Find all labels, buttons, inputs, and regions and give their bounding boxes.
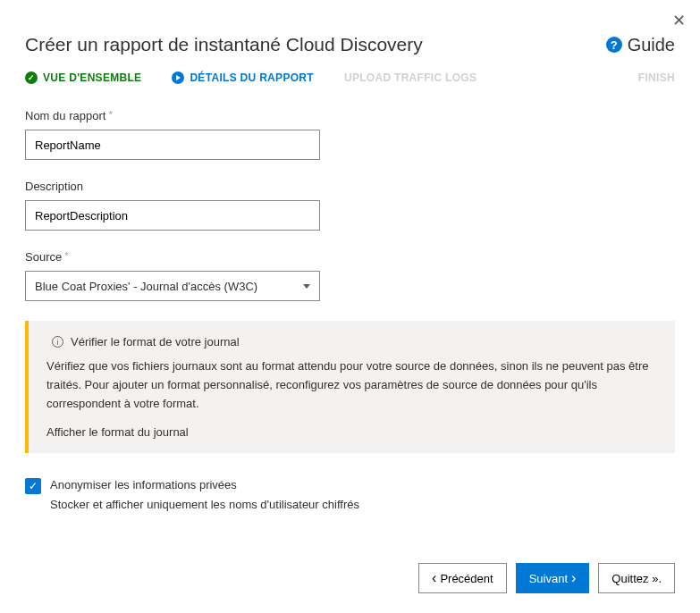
page-title: Créer un rapport de instantané Cloud Dis… bbox=[25, 34, 423, 55]
help-icon: ? bbox=[606, 37, 622, 53]
description-label: Description bbox=[25, 180, 675, 193]
quit-button[interactable]: Quittez ». bbox=[598, 563, 675, 593]
guide-label: Guide bbox=[628, 35, 675, 55]
guide-link[interactable]: ? Guide bbox=[606, 35, 675, 55]
chevron-down-icon bbox=[303, 284, 310, 289]
info-title-text: Vérifier le format de votre journal bbox=[71, 335, 240, 348]
step-finish: FINISH bbox=[638, 71, 675, 84]
close-button[interactable]: ✕ bbox=[672, 11, 686, 30]
step-report-details[interactable]: DÉTAILS DU RAPPORT bbox=[172, 71, 314, 84]
info-body-text: Vérifiez que vos fichiers journaux sont … bbox=[46, 357, 657, 413]
anonymize-checkbox[interactable]: ✓ bbox=[25, 478, 41, 494]
previous-button[interactable]: Précédent bbox=[418, 563, 507, 593]
info-icon: i bbox=[52, 336, 63, 348]
close-icon: ✕ bbox=[672, 12, 686, 29]
check-icon: ✓ bbox=[25, 71, 38, 84]
source-selected-value: Blue Coat Proxies' - Journal d'accès (W3… bbox=[35, 280, 257, 293]
chevron-left-icon bbox=[432, 570, 436, 586]
description-input[interactable] bbox=[25, 200, 320, 231]
source-label: Source bbox=[25, 250, 675, 264]
info-callout: i Vérifier le format de votre journal Vé… bbox=[25, 321, 675, 453]
step-upload-logs: UPLOAD TRAFFIC LOGS bbox=[344, 71, 477, 84]
view-log-format-link[interactable]: Afficher le format du journal bbox=[46, 425, 657, 439]
anonymize-label: Anonymiser les informations privées bbox=[50, 478, 237, 491]
anonymize-sublabel: Stocker et afficher uniquement les noms … bbox=[50, 498, 675, 511]
wizard-steps: ✓ VUE D'ENSEMBLE DÉTAILS DU RAPPORT UPLO… bbox=[25, 71, 675, 84]
play-icon bbox=[172, 71, 184, 84]
report-name-input[interactable] bbox=[25, 130, 320, 160]
report-name-label: Nom du rapport bbox=[25, 109, 675, 122]
chevron-right-icon bbox=[571, 570, 576, 586]
source-select[interactable]: Blue Coat Proxies' - Journal d'accès (W3… bbox=[25, 271, 320, 301]
step-overview[interactable]: ✓ VUE D'ENSEMBLE bbox=[25, 71, 141, 84]
next-button[interactable]: Suivant bbox=[516, 563, 590, 593]
